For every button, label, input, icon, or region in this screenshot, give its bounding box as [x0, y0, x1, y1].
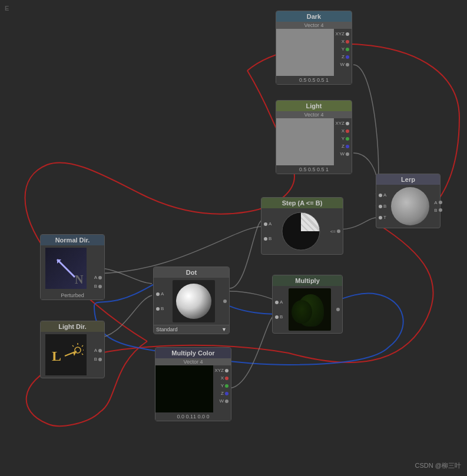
- light-port-w[interactable]: W: [340, 151, 345, 157]
- svg-line-15: [82, 354, 83, 355]
- watermark: CSDN @柳三叶: [415, 461, 461, 470]
- node-normal-sublabel: Perturbed: [41, 291, 104, 299]
- node-light-subtitle: Vector 4: [276, 111, 352, 118]
- dot-dropdown-arrow: ▼: [221, 327, 227, 332]
- lightdir-port-out-b[interactable]: B: [94, 357, 97, 362]
- step-port-out[interactable]: <=: [330, 229, 336, 234]
- corner-label: E: [5, 5, 9, 12]
- node-dot[interactable]: Dot A B Standard ▼: [153, 267, 230, 334]
- light-port-xyz[interactable]: XYZ: [335, 121, 345, 126]
- node-lightdir-title: Light Dir.: [41, 321, 104, 332]
- node-multiply-color-title: Multiply Color: [155, 348, 231, 358]
- dot-dropdown-label: Standard: [156, 327, 178, 332]
- node-light-value: 0.5 0.5 0.5 1: [276, 165, 352, 174]
- multiply-port-a[interactable]: A: [280, 299, 283, 305]
- node-editor-canvas: E Dark Vector 4: [0, 0, 467, 476]
- lerp-port-t[interactable]: T: [383, 215, 386, 220]
- node-light[interactable]: Light Vector 4 XYZ X Y Z W 0.5 0.5 0.5 1: [276, 100, 352, 174]
- light-port-z[interactable]: Z: [342, 144, 345, 149]
- node-lerp-title: Lerp: [376, 174, 440, 185]
- dark-port-x[interactable]: X: [342, 39, 345, 44]
- dark-port-w[interactable]: W: [340, 62, 345, 67]
- mc-port-x[interactable]: X: [221, 375, 224, 381]
- normal-port-out-a[interactable]: A: [94, 275, 97, 280]
- svg-point-11: [75, 347, 81, 353]
- mc-port-y[interactable]: Y: [221, 383, 224, 388]
- node-dark-value: 0.5 0.5 0.5 1: [276, 76, 352, 84]
- node-dot-title: Dot: [154, 267, 229, 278]
- normal-port-out-b[interactable]: B: [94, 284, 97, 289]
- node-multiply[interactable]: Multiply A B: [272, 275, 343, 334]
- light-port-y[interactable]: Y: [342, 136, 345, 141]
- lightdir-port-out-a[interactable]: A: [94, 348, 97, 353]
- node-multiply-color-subtitle: Vector 4: [155, 358, 231, 365]
- node-dark-title: Dark: [276, 11, 352, 22]
- dark-port-y[interactable]: Y: [342, 46, 345, 52]
- dot-port-b[interactable]: B: [161, 306, 164, 311]
- node-multiply-color-value: 0.0 0.11 0.0 0: [155, 412, 231, 421]
- node-light-title: Light: [276, 101, 352, 111]
- step-port-b[interactable]: B: [269, 236, 271, 241]
- node-dot-dropdown[interactable]: Standard ▼: [154, 325, 229, 334]
- node-lerp[interactable]: Lerp A B T A B: [376, 174, 440, 228]
- node-dark-subtitle: Vector 4: [276, 22, 352, 29]
- light-port-x[interactable]: X: [342, 128, 345, 134]
- node-normal-dir[interactable]: Normal Dir. N A B Perturbed: [40, 234, 105, 300]
- node-step[interactable]: Step (A <= B) A B: [261, 197, 343, 255]
- lerp-port-b[interactable]: B: [383, 204, 386, 209]
- node-dark[interactable]: Dark Vector 4 XYZ X Y Z W 0.5 0.5 0.5 1: [276, 11, 352, 85]
- node-step-title: Step (A <= B): [261, 198, 343, 208]
- multiply-port-b[interactable]: B: [280, 314, 283, 319]
- lerp-port-a[interactable]: A: [383, 192, 386, 198]
- mc-port-w[interactable]: W: [219, 398, 224, 404]
- step-port-a[interactable]: A: [269, 221, 271, 227]
- dark-port-xyz[interactable]: XYZ: [335, 31, 345, 36]
- node-multiply-title: Multiply: [273, 275, 342, 286]
- svg-line-13: [82, 345, 83, 347]
- mc-port-xyz[interactable]: XYZ: [214, 368, 224, 373]
- mc-port-z[interactable]: Z: [221, 391, 224, 396]
- svg-line-6: [57, 259, 75, 277]
- node-multiply-color[interactable]: Multiply Color Vector 4 XYZ X Y Z W 0.0 …: [155, 347, 231, 421]
- dark-port-z[interactable]: Z: [342, 54, 345, 59]
- svg-line-16: [72, 345, 74, 347]
- node-normal-title: Normal Dir.: [41, 235, 104, 245]
- svg-text:L: L: [52, 348, 61, 364]
- lerp-port-out-a[interactable]: A: [434, 200, 437, 205]
- node-light-dir[interactable]: Light Dir. L: [40, 321, 105, 378]
- dot-port-a[interactable]: A: [161, 291, 164, 297]
- lerp-port-out-b[interactable]: B: [434, 208, 437, 213]
